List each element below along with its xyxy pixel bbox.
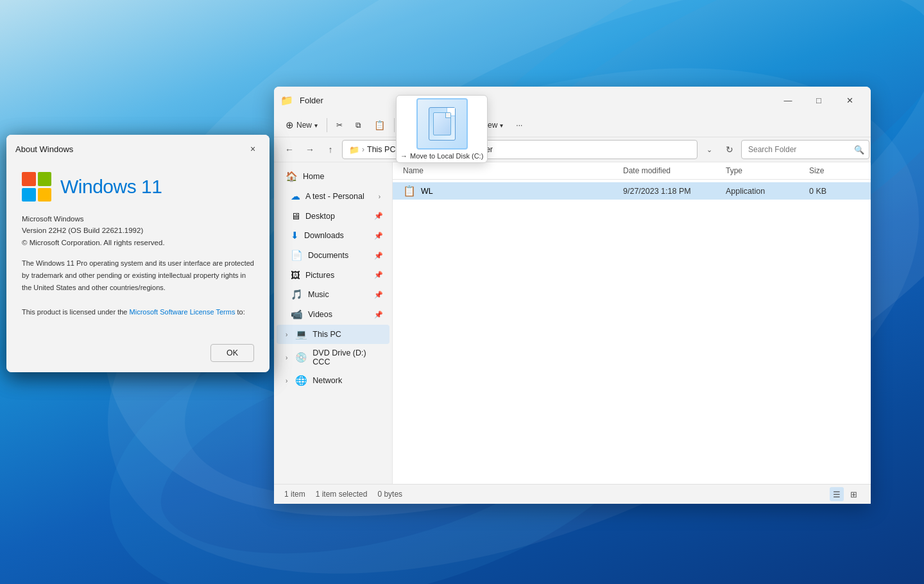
sidebar-item-music[interactable]: 🎵 Music 📌: [277, 285, 389, 304]
paste-button[interactable]: 📋: [369, 117, 390, 133]
windows-logo-icon: [22, 172, 51, 202]
music-pin-icon: 📌: [374, 291, 383, 299]
sidebar-item-downloads-label: Downloads: [304, 231, 369, 240]
ok-button[interactable]: OK: [210, 344, 254, 362]
sidebar-item-desktop[interactable]: 🖥 Desktop 📌: [277, 207, 389, 225]
sidebar-item-home[interactable]: 🏠 Home: [277, 167, 389, 186]
network-expand-icon[interactable]: ›: [286, 377, 287, 384]
sidebar-item-atest[interactable]: ☁ A test - Personal ›: [277, 187, 389, 206]
maximize-button[interactable]: □: [804, 90, 834, 110]
sidebar-item-this-pc[interactable]: › 💻 This PC: [277, 325, 389, 344]
sidebar-item-music-label: Music: [308, 290, 369, 299]
dvd-expand-icon[interactable]: ›: [286, 354, 287, 361]
home-icon: 🏠: [286, 171, 298, 182]
sidebar-item-pictures[interactable]: 🖼 Pictures 📌: [277, 266, 389, 284]
file-type: Application: [726, 187, 809, 196]
sidebar-item-network-label: Network: [312, 376, 383, 385]
minimize-button[interactable]: —: [773, 90, 803, 110]
breadcrumb-part-root: ›: [362, 145, 364, 154]
new-button[interactable]: ⊕ New ▾: [280, 116, 323, 134]
status-view-controls: ☰ ⊞: [830, 487, 860, 501]
list-view-button[interactable]: ☰: [830, 487, 844, 501]
grid-view-button[interactable]: ⊞: [846, 487, 860, 501]
more-button[interactable]: ···: [511, 117, 527, 133]
drag-arrow-icon: →: [400, 152, 407, 160]
about-version-info: Microsoft Windows Version 22H2 (OS Build…: [22, 213, 254, 248]
paste-icon: 📋: [374, 120, 385, 130]
status-size: 0 bytes: [377, 490, 402, 499]
desktop-pin-icon: 📌: [374, 212, 383, 220]
sidebar-item-documents[interactable]: 📄 Documents 📌: [277, 246, 389, 265]
view-dropdown-icon: ▾: [500, 122, 503, 129]
this-pc-expand-icon[interactable]: ›: [286, 331, 287, 338]
file-size: 0 KB: [809, 187, 860, 196]
column-name[interactable]: Name: [403, 166, 623, 175]
column-date[interactable]: Date modified: [623, 166, 726, 175]
documents-icon: 📄: [291, 250, 303, 261]
documents-pin-icon: 📌: [374, 252, 383, 260]
videos-pin-icon: 📌: [374, 311, 383, 319]
refresh-button[interactable]: ↻: [721, 141, 739, 159]
cut-icon: ✂: [336, 121, 343, 130]
forward-button[interactable]: →: [301, 141, 319, 159]
sidebar-item-this-pc-label: This PC: [312, 330, 383, 339]
sidebar-item-network[interactable]: › 🌐 Network: [277, 371, 389, 390]
new-dropdown-icon: ▾: [314, 122, 318, 129]
sidebar-item-dvd-label: DVD Drive (D:) CCC: [312, 348, 383, 366]
downloads-icon: ⬇: [291, 230, 299, 241]
search-submit-button[interactable]: 🔍: [854, 145, 864, 155]
network-icon: 🌐: [295, 375, 307, 386]
sidebar-item-videos[interactable]: 📹 Videos 📌: [277, 305, 389, 324]
explorer-folder-icon: 📁: [280, 94, 293, 107]
toolbar-separator-1: [327, 118, 327, 132]
explorer-body: 🏠 Home ☁ A test - Personal › 🖥 Desktop 📌…: [274, 162, 871, 484]
close-button[interactable]: ✕: [835, 90, 864, 110]
drag-file-preview: [416, 98, 468, 150]
about-dialog-titlebar: About Windows ×: [6, 135, 270, 162]
breadcrumb-this-pc: This PC: [367, 145, 395, 154]
table-row[interactable]: 📋 WL 9/27/2023 1:18 PM Application 0 KB: [393, 182, 871, 200]
more-icon: ···: [516, 121, 522, 130]
explorer-title: Folder: [300, 96, 768, 105]
dropdown-button[interactable]: ⌄: [700, 141, 718, 159]
explorer-toolbar: ⊕ New ▾ ✂ ⧉ 📋 🗑 ↕ Sort ▾ ☰ View ▾ ·: [274, 114, 871, 137]
cut-button[interactable]: ✂: [331, 117, 348, 133]
new-icon: ⊕: [286, 119, 294, 131]
search-input[interactable]: [741, 140, 869, 159]
copy-icon: ⧉: [355, 121, 361, 130]
back-button[interactable]: ←: [280, 141, 298, 159]
status-bar: 1 item 1 item selected 0 bytes ☰ ⊞: [274, 484, 871, 504]
file-icon-wl: 📋: [403, 185, 416, 197]
explorer-addressbar: ← → ↑ 📁 › This PC › WindowsLatest › Fold…: [274, 137, 871, 162]
explorer-titlebar: 📁 Folder — □ ✕: [274, 87, 871, 114]
about-dialog-footer: OK: [6, 344, 270, 372]
about-dialog-close-button[interactable]: ×: [245, 141, 261, 157]
music-icon: 🎵: [291, 289, 303, 300]
pictures-icon: 🖼: [291, 270, 300, 280]
status-selected: 1 item selected: [316, 490, 368, 499]
file-date: 9/27/2023 1:18 PM: [623, 187, 726, 196]
status-item-count: 1 item: [284, 490, 305, 499]
about-dialog: About Windows × Windows 11 Microsoft Win…: [6, 135, 270, 372]
file-explorer-window: 📁 Folder — □ ✕ ⊕ New ▾ ✂ ⧉ 📋 🗑 ↕: [274, 87, 871, 504]
license-link[interactable]: Microsoft Software License Terms: [130, 308, 235, 316]
column-size[interactable]: Size: [809, 166, 860, 175]
sidebar-item-downloads[interactable]: ⬇ Downloads 📌: [277, 226, 389, 245]
drag-label: → Move to Local Disk (C:): [400, 152, 483, 160]
breadcrumb-folder-icon: 📁: [349, 145, 359, 155]
pictures-pin-icon: 📌: [374, 271, 383, 279]
column-type[interactable]: Type: [726, 166, 809, 175]
drag-destination-text: Move to Local Disk (C:): [410, 152, 483, 160]
sidebar: 🏠 Home ☁ A test - Personal › 🖥 Desktop 📌…: [274, 162, 393, 484]
videos-icon: 📹: [291, 309, 303, 320]
sidebar-item-dvd-drive[interactable]: › 💿 DVD Drive (D:) CCC: [277, 345, 389, 370]
sidebar-item-home-label: Home: [303, 172, 383, 181]
up-button[interactable]: ↑: [321, 141, 339, 159]
file-header: Name Date modified Type Size: [393, 162, 871, 180]
copy-button[interactable]: ⧉: [350, 117, 366, 133]
sidebar-item-videos-label: Videos: [308, 310, 369, 319]
sidebar-item-atest-label: A test - Personal: [305, 192, 373, 201]
file-area: Name Date modified Type Size 📋 WL 9/27/2…: [393, 162, 871, 484]
dvd-icon: 💿: [295, 352, 307, 363]
atest-expand-icon[interactable]: ›: [379, 193, 381, 200]
